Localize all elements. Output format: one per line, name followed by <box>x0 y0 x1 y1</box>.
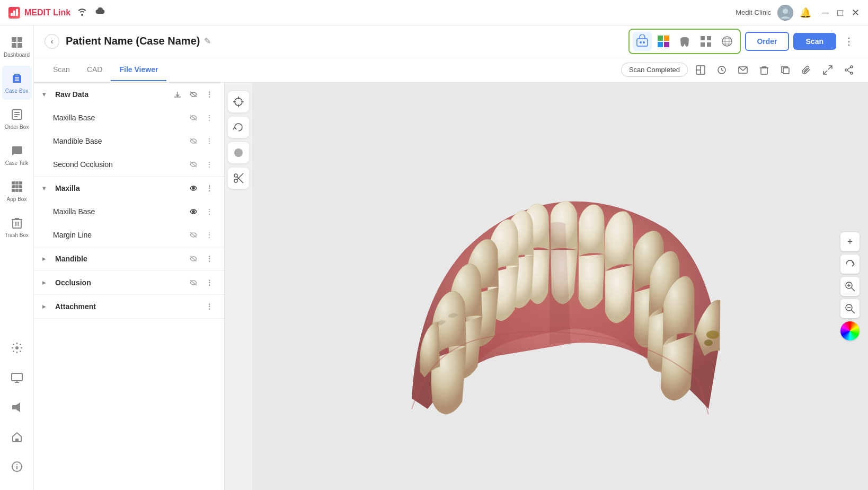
more-maxilla-base-raw-icon[interactable]: ⋮ <box>203 111 216 124</box>
more-options-button[interactable]: ⋮ <box>840 33 857 50</box>
tab-file-viewer[interactable]: File Viewer <box>111 59 166 81</box>
more-occlusion-icon[interactable]: ⋮ <box>203 276 216 289</box>
view-mode-3d-button[interactable] <box>633 32 652 51</box>
file-tree-panel: ▾ Raw Data <box>34 83 225 490</box>
action-history-icon[interactable] <box>713 62 730 78</box>
more-maxilla-base-icon[interactable]: ⋮ <box>203 205 216 218</box>
chevron-maxilla: ▾ <box>42 185 52 192</box>
tree-row-maxilla-base-raw[interactable]: Maxilla Base ⋮ <box>34 106 224 129</box>
action-message-icon[interactable] <box>734 62 751 78</box>
tree-section-raw-data: ▾ Raw Data <box>34 83 224 177</box>
scan-button[interactable]: Scan <box>793 33 836 50</box>
action-expand-icon[interactable] <box>819 62 836 78</box>
tree-row-raw-data[interactable]: ▾ Raw Data <box>34 83 224 106</box>
sidebar-item-settings[interactable] <box>2 335 32 363</box>
tree-row-maxilla[interactable]: ▾ Maxilla ⋮ <box>34 177 224 200</box>
hide-occlusion-icon[interactable] <box>187 276 200 289</box>
notification-icon[interactable]: 🔔 <box>800 7 811 19</box>
patient-name: Patient Name (Case Name) <box>66 35 200 47</box>
hide-second-occlusion-icon[interactable] <box>187 158 200 171</box>
hide-mandible-icon[interactable] <box>187 252 200 265</box>
tab-scan[interactable]: Scan <box>45 59 78 81</box>
scissors-tool-button[interactable] <box>228 168 249 189</box>
tab-bar: Scan CAD File Viewer Scan Completed <box>34 57 868 83</box>
scan-completed-button[interactable]: Scan Completed <box>621 63 688 77</box>
chevron-raw-data: ▾ <box>42 91 52 98</box>
svg-point-90 <box>706 330 719 339</box>
svg-point-86 <box>234 174 237 177</box>
svg-rect-60 <box>783 68 789 74</box>
crosshair-tool-button[interactable] <box>228 91 249 112</box>
cloud-icon <box>94 7 105 18</box>
zoom-in-glass-button[interactable] <box>840 277 860 296</box>
view-mode-color-button[interactable] <box>654 32 673 51</box>
svg-point-39 <box>643 41 645 43</box>
hide-maxilla-base-raw-icon[interactable] <box>187 111 200 124</box>
user-avatar[interactable] <box>777 5 793 21</box>
sidebar-item-trashbox[interactable]: Trash Box <box>2 210 32 244</box>
more-mandible-icon[interactable]: ⋮ <box>203 252 216 265</box>
svg-line-89 <box>237 173 244 180</box>
edit-patient-icon[interactable]: ✎ <box>204 36 211 46</box>
visible-maxilla-icon[interactable] <box>187 182 200 195</box>
tree-row-mandible[interactable]: ▸ Mandible ⋮ <box>34 247 224 270</box>
sidebar-item-announcements[interactable] <box>2 395 32 422</box>
svg-rect-15 <box>12 181 15 185</box>
back-button[interactable]: ‹ <box>45 34 59 49</box>
action-share-icon[interactable] <box>840 62 857 78</box>
action-delete-icon[interactable] <box>756 62 773 78</box>
sidebar-item-casebox[interactable]: Case Box <box>2 66 32 100</box>
action-copy-icon[interactable] <box>777 62 794 78</box>
view-mode-earth-button[interactable] <box>718 32 737 51</box>
maximize-button[interactable]: □ <box>837 8 843 18</box>
svg-rect-47 <box>707 42 711 47</box>
minimize-button[interactable]: ─ <box>822 8 829 18</box>
download-raw-data-icon[interactable] <box>171 88 184 101</box>
close-button[interactable]: ✕ <box>852 8 860 18</box>
zoom-out-glass-button[interactable] <box>840 299 860 318</box>
view-mode-group <box>628 29 741 54</box>
sidebar-label-dashboard: Dashboard <box>4 52 30 58</box>
tree-row-maxilla-base[interactable]: Maxilla Base ⋮ <box>34 200 224 223</box>
more-maxilla-icon[interactable]: ⋮ <box>203 182 216 195</box>
more-raw-data-icon[interactable]: ⋮ <box>203 88 216 101</box>
svg-rect-2 <box>16 9 18 16</box>
orderbox-icon <box>10 107 24 122</box>
casebox-icon <box>10 71 24 86</box>
visible-maxilla-base-icon[interactable] <box>187 205 200 218</box>
more-margin-line-icon[interactable]: ⋮ <box>203 229 216 241</box>
sidebar-item-home[interactable] <box>2 424 32 452</box>
sidebar-item-monitor[interactable] <box>2 365 32 392</box>
viewport-toolbar <box>225 83 252 490</box>
action-attach-icon[interactable] <box>798 62 815 78</box>
zoom-in-button[interactable]: + <box>840 232 860 251</box>
hide-margin-line-icon[interactable] <box>187 229 200 241</box>
sidebar-item-dashboard[interactable]: Dashboard <box>2 30 32 64</box>
tree-row-margin-line[interactable]: Margin Line ⋮ <box>34 223 224 247</box>
sphere-tool-button[interactable] <box>228 142 249 163</box>
sidebar-item-info[interactable] <box>2 454 32 482</box>
hide-mandible-base-raw-icon[interactable] <box>187 135 200 147</box>
tree-row-occlusion[interactable]: ▸ Occlusion ⋮ <box>34 271 224 294</box>
action-layout-icon[interactable] <box>692 62 709 78</box>
view-mode-grid-button[interactable] <box>696 32 715 51</box>
svg-rect-43 <box>664 42 669 47</box>
more-second-occlusion-icon[interactable]: ⋮ <box>203 158 216 171</box>
tree-label-second-occlusion: Second Occlusion <box>53 160 187 169</box>
sidebar-item-orderbox[interactable]: Order Box <box>2 102 32 136</box>
3d-viewport[interactable]: + <box>252 83 868 490</box>
order-button[interactable]: Order <box>745 32 789 51</box>
more-attachment-icon[interactable]: ⋮ <box>203 300 216 313</box>
reset-view-button[interactable] <box>840 255 860 274</box>
sidebar-item-appbox[interactable]: App Box <box>2 174 32 208</box>
more-mandible-base-raw-icon[interactable]: ⋮ <box>203 135 216 147</box>
hide-raw-data-icon[interactable] <box>187 88 200 101</box>
sidebar-item-casetalk[interactable]: Case Talk <box>2 138 32 172</box>
tree-row-second-occlusion[interactable]: Second Occlusion ⋮ <box>34 153 224 176</box>
tree-row-mandible-base-raw[interactable]: Mandible Base ⋮ <box>34 129 224 153</box>
rotate-tool-button[interactable] <box>228 117 249 138</box>
tab-cad[interactable]: CAD <box>78 59 111 81</box>
tree-row-attachment[interactable]: ▸ Attachment ⋮ <box>34 295 224 318</box>
color-wheel-button[interactable] <box>840 321 860 340</box>
view-mode-teeth-button[interactable] <box>675 32 694 51</box>
